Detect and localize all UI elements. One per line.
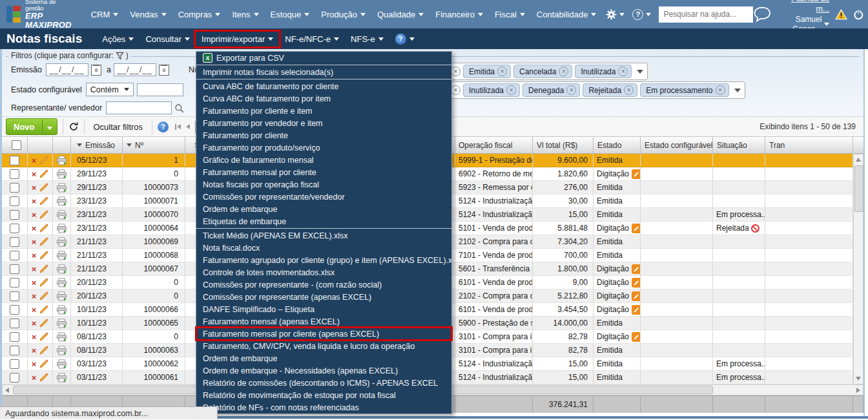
digitacao-edit-icon[interactable] xyxy=(632,224,641,233)
delete-icon[interactable]: × xyxy=(32,373,37,382)
topbar-menu-crm[interactable]: CRM xyxy=(85,10,125,19)
col-emissao[interactable]: Emissão xyxy=(71,137,123,153)
dropdown-item-ordem-de-embarque-necessidades-apenas-excel[interactable]: Ordem de embarque - Necessidades (apenas… xyxy=(196,364,451,377)
filter-chip-em-processamento[interactable]: Em processamento xyxy=(640,83,728,97)
dropdown-item-ordem-de-embarque[interactable]: Ordem de embarque xyxy=(196,352,451,364)
filter-chip-inutilizada[interactable]: Inutilizada xyxy=(463,83,520,97)
dropdown-item-etiquetas-de-embarque[interactable]: Etiquetas de embarque xyxy=(196,215,451,227)
delete-icon[interactable]: × xyxy=(32,197,37,205)
row-checkbox[interactable] xyxy=(10,291,19,301)
scroll-left-icon[interactable] xyxy=(5,388,9,393)
grid-help-icon[interactable]: ? xyxy=(158,121,169,132)
chip-remove-icon[interactable] xyxy=(624,85,634,95)
edit-pencil-icon[interactable] xyxy=(39,319,48,328)
print-icon[interactable] xyxy=(56,332,67,342)
delete-icon[interactable]: × xyxy=(32,306,37,314)
print-icon[interactable] xyxy=(56,264,67,274)
delete-icon[interactable]: × xyxy=(32,265,37,273)
chip-remove-icon[interactable] xyxy=(618,67,628,76)
chevron-down-icon[interactable] xyxy=(734,89,741,92)
row-checkbox[interactable] xyxy=(10,373,19,383)
print-icon[interactable] xyxy=(56,278,67,288)
delete-icon[interactable]: × xyxy=(32,292,37,300)
row-checkbox[interactable] xyxy=(10,237,19,247)
digitacao-edit-icon[interactable] xyxy=(632,278,641,288)
dropdown-item-nota-fiscal-docx[interactable]: Nota fiscal.docx xyxy=(196,242,451,254)
delete-icon[interactable]: × xyxy=(32,319,37,328)
delete-icon[interactable]: × xyxy=(32,278,37,287)
dropdown-item-exportar-para-csv[interactable]: Exportar para CSV xyxy=(196,52,451,64)
page-menu-a-es[interactable]: Ações xyxy=(96,32,140,47)
row-checkbox[interactable] xyxy=(10,332,19,342)
col-situacao[interactable]: Situação xyxy=(713,137,765,153)
print-icon[interactable] xyxy=(56,319,67,328)
dropdown-item-curva-abc-de-faturamento-por-item[interactable]: Curva ABC de faturamento por item xyxy=(196,92,451,105)
topbar-menu-fiscal[interactable]: Fiscal xyxy=(489,10,531,19)
page-menu-consultar[interactable]: Consultar xyxy=(140,32,196,47)
chip-remove-icon[interactable] xyxy=(451,85,460,95)
delete-icon[interactable]: × xyxy=(32,251,37,260)
print-icon[interactable] xyxy=(56,359,67,369)
scroll-right-icon[interactable] xyxy=(856,388,860,393)
delete-icon[interactable]: × xyxy=(32,170,37,178)
dropdown-item-comiss-es-por-representante-com-raz-o-social[interactable]: Comissões por representante - (com razão… xyxy=(196,278,451,291)
edit-pencil-icon[interactable] xyxy=(39,332,48,341)
chip-remove-icon[interactable] xyxy=(506,85,516,95)
filter-chip-cancelada[interactable]: Cancelada xyxy=(513,65,572,78)
dropdown-item-relat-rio-de-nfs-com-notas-referenciadas[interactable]: Relatório de NFs - com notas referenciad… xyxy=(196,401,451,414)
emissao-from-input[interactable] xyxy=(46,63,88,76)
topbar-menu-produ-o[interactable]: Produção xyxy=(315,10,371,19)
row-checkbox[interactable] xyxy=(10,251,19,260)
dropdown-item-danfe-simplificado-etiqueta[interactable]: DANFE Simplificado – Etiqueta xyxy=(196,303,451,315)
row-checkbox[interactable] xyxy=(10,305,19,315)
col-numero[interactable]: Nº xyxy=(123,137,185,153)
edit-pencil-icon[interactable] xyxy=(39,196,48,205)
edit-pencil-icon[interactable] xyxy=(39,373,48,382)
chevron-down-icon[interactable] xyxy=(637,70,643,74)
chip-remove-icon[interactable] xyxy=(716,85,725,95)
topbar-menu-compras[interactable]: Compras xyxy=(172,10,227,19)
print-icon[interactable] xyxy=(56,210,67,220)
scroll-down-icon[interactable] xyxy=(856,377,861,381)
select-all-checkbox[interactable] xyxy=(12,140,21,150)
col-estado-configuravel[interactable]: Estado configurável xyxy=(641,137,713,153)
row-checkbox[interactable] xyxy=(10,359,19,369)
edit-pencil-icon[interactable] xyxy=(39,305,48,314)
digitacao-edit-icon[interactable] xyxy=(632,305,641,315)
row-checkbox[interactable] xyxy=(10,210,19,220)
delete-icon[interactable]: × xyxy=(32,184,37,192)
row-checkbox[interactable] xyxy=(10,156,19,165)
edit-pencil-icon[interactable] xyxy=(39,183,48,192)
delete-icon[interactable]: × xyxy=(32,156,37,165)
estado-configuravel-input[interactable] xyxy=(137,83,183,96)
topbar-menu-contabilidade[interactable]: Contabilidade xyxy=(531,10,603,19)
chip-remove-icon[interactable] xyxy=(451,67,460,76)
topbar-menu-estoque[interactable]: Estoque xyxy=(265,10,316,19)
dropdown-item-faturamento-mensal-por-cliente-apenas-excel[interactable]: Faturamento mensal por cliente (apenas E… xyxy=(196,328,451,340)
print-icon[interactable] xyxy=(56,224,67,233)
topbar-menu-financeiro[interactable]: Financeiro xyxy=(429,10,489,19)
dropdown-item-controle-de-lotes-movimentados-xlsx[interactable]: Controle de lotes movimentados.xlsx xyxy=(196,266,451,278)
company-link[interactable]: Fábrica de m... xyxy=(778,0,829,15)
digitacao-edit-icon[interactable] xyxy=(632,169,641,179)
search-input[interactable] xyxy=(659,6,753,23)
vertical-scrollbar[interactable] xyxy=(853,154,863,384)
edit-pencil-icon[interactable] xyxy=(39,210,48,219)
filter-chip-inutilizada[interactable]: Inutilizada xyxy=(575,65,632,78)
edit-pencil-icon[interactable] xyxy=(39,169,48,178)
dropdown-item-notas-fiscais-por-opera-o-fiscal[interactable]: Notas fiscais por operação fiscal xyxy=(196,178,451,191)
delete-icon[interactable]: × xyxy=(32,211,37,219)
refresh-icon[interactable] xyxy=(68,121,79,132)
first-page-button[interactable] xyxy=(175,124,181,130)
print-icon[interactable] xyxy=(56,251,67,260)
dropdown-item-gr-fico-de-faturamento-mensal[interactable]: Gráfico de faturamento mensal xyxy=(196,154,451,166)
topbar-menu-qualidade[interactable]: Qualidade xyxy=(371,10,429,19)
dropdown-item-faturamento-mensal-apenas-excel[interactable]: Faturamento mensal (apenas EXCEL) xyxy=(196,315,451,328)
novo-button[interactable]: Novo xyxy=(6,118,57,135)
row-checkbox[interactable] xyxy=(10,319,19,328)
print-icon[interactable] xyxy=(56,183,67,193)
topbar-menu-vendas[interactable]: Vendas xyxy=(124,10,172,19)
page-menu-imprimir-exportar[interactable]: Imprimir/exportar xyxy=(196,32,279,47)
warning-icon[interactable] xyxy=(835,8,847,21)
col-estado[interactable]: Estado xyxy=(594,137,641,153)
